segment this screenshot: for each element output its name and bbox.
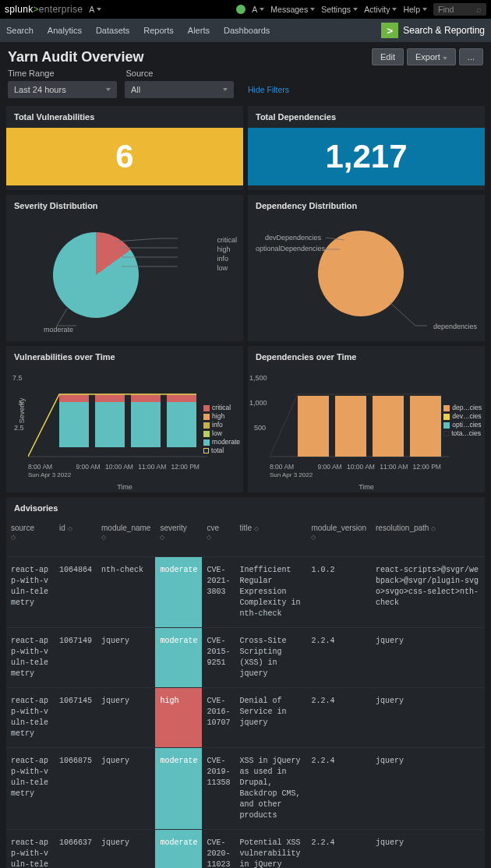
user-menu-short[interactable]: A (89, 5, 101, 14)
app-logo-icon: > (381, 23, 398, 38)
cell-resolution: jquery (371, 628, 485, 688)
panel-total-dependencies: Total Dependencies 1,217 (248, 106, 485, 190)
cell-module: jquery (97, 688, 155, 748)
svg-rect-6 (131, 394, 161, 402)
global-find-input[interactable]: Find ⌕ (433, 3, 486, 16)
cell-source: react-app-with-vuln-telemetry (6, 748, 55, 830)
nav-alerts[interactable]: Alerts (188, 26, 210, 35)
panel-title: Severity Distribution (6, 195, 243, 217)
col-severity[interactable]: severity◇ (155, 519, 202, 557)
caret-down-icon (106, 88, 111, 91)
source-label: Source (126, 69, 154, 78)
dashboard-title: Yarn Audit Overview (8, 49, 372, 65)
panel-vuln-over-time: Vulnerabilities over Time Severity 7.5 5… (6, 346, 243, 492)
col-resolution[interactable]: resolution_path ◇ (371, 519, 485, 557)
table-row[interactable]: react-app-with-vuln-telemetry1067149jque… (6, 628, 485, 688)
bar-chart-vuln-time[interactable] (28, 371, 207, 472)
cell-source: react-app-with-vuln-telemetry (6, 557, 55, 628)
cell-version: 1.0.2 (306, 557, 371, 628)
advisories-table: source◇ id ◇ module_name◇ severity◇ cve◇… (6, 519, 485, 868)
help-menu[interactable]: Help (403, 5, 427, 14)
x-axis-label: Time (117, 483, 132, 491)
table-header-row: source◇ id ◇ module_name◇ severity◇ cve◇… (6, 519, 485, 557)
search-icon: ⌕ (476, 5, 482, 14)
nav-dashboards[interactable]: Dashboards (224, 26, 270, 35)
col-cve[interactable]: cve◇ (202, 519, 235, 557)
export-button[interactable]: Export (407, 48, 456, 65)
nav-reports[interactable]: Reports (143, 26, 174, 35)
cell-resolution: jquery (371, 748, 485, 830)
activity-menu[interactable]: Activity (364, 5, 397, 14)
leader-lines (248, 217, 485, 341)
cell-source: react-app-with-vuln-telemetry (6, 830, 55, 869)
cell-module: jquery (97, 748, 155, 830)
table-row[interactable]: react-app-with-vuln-telemetry1066875jque… (6, 748, 485, 830)
panel-title: Dependency Distribution (248, 195, 485, 217)
app-navbar: Search Analytics Datasets Reports Alerts… (0, 19, 491, 42)
panel-title: Dependencies over Time (248, 346, 485, 368)
table-row[interactable]: react-app-with-vuln-telemetry1064864nth-… (6, 557, 485, 628)
panel-severity-distribution: Severity Distribution critical high info… (6, 195, 243, 341)
table-row[interactable]: react-app-with-vuln-telemetry1067145jque… (6, 688, 485, 748)
panel-title: Total Vulnerabilities (6, 106, 243, 128)
time-range-picker[interactable]: Last 24 hours (8, 81, 117, 98)
svg-rect-3 (95, 402, 125, 447)
cell-severity: moderate (155, 628, 202, 688)
cell-resolution: react-scripts>@svgr/webpack>@svgr/plugin… (371, 557, 485, 628)
svg-rect-8 (167, 394, 196, 402)
table-row[interactable]: react-app-with-vuln-telemetry1066637jque… (6, 830, 485, 869)
col-version[interactable]: module_version◇ (306, 519, 371, 557)
svg-rect-10 (298, 396, 329, 457)
cell-severity: moderate (155, 830, 202, 869)
x-axis-label: Time (359, 483, 374, 491)
col-module[interactable]: module_name◇ (97, 519, 155, 557)
cell-module: nth-check (97, 557, 155, 628)
bar-chart-dep-time[interactable] (270, 371, 449, 472)
cell-cve: CVE-2020-11023 (202, 830, 235, 869)
cell-title: Potential XSS vulnerability in jQuery (235, 830, 306, 869)
app-switcher[interactable]: > Search & Reporting (381, 23, 485, 38)
cell-id: 1067145 (55, 688, 97, 748)
cell-cve: CVE-2015-9251 (202, 628, 235, 688)
cell-severity: high (155, 688, 202, 748)
more-actions-button[interactable]: ... (459, 48, 483, 65)
cell-id: 1066637 (55, 830, 97, 869)
time-range-label: Time Range (8, 69, 55, 78)
svg-rect-11 (335, 396, 366, 457)
panel-title: Total Dependencies (248, 106, 485, 128)
nav-analytics[interactable]: Analytics (48, 26, 82, 35)
messages-menu[interactable]: Messages (270, 5, 315, 14)
global-topbar: splunk>enterprise A A Messages Settings … (0, 0, 491, 19)
settings-menu[interactable]: Settings (321, 5, 358, 14)
panel-advisories: Advisories source◇ id ◇ module_name◇ sev… (6, 497, 485, 868)
nav-search[interactable]: Search (6, 26, 34, 35)
caret-down-icon (97, 8, 101, 11)
nav-datasets[interactable]: Datasets (96, 26, 129, 35)
col-source[interactable]: source◇ (6, 519, 55, 557)
source-picker[interactable]: All (125, 81, 234, 98)
hide-filters-link[interactable]: Hide Filters (248, 85, 289, 94)
leader-lines (6, 217, 243, 341)
svg-rect-7 (167, 402, 196, 447)
edit-button[interactable]: Edit (372, 48, 404, 65)
col-id[interactable]: id ◇ (55, 519, 97, 557)
svg-rect-12 (373, 396, 404, 457)
cell-version: 2.2.4 (306, 748, 371, 830)
caret-down-icon (310, 8, 315, 11)
cell-module: jquery (97, 628, 155, 688)
cell-title: Cross-Site Scripting (XSS) in jquery (235, 628, 306, 688)
cell-severity: moderate (155, 748, 202, 830)
caret-down-icon (422, 8, 427, 11)
svg-rect-1 (59, 402, 89, 447)
panel-title: Vulnerabilities over Time (6, 346, 243, 368)
caret-down-icon (260, 8, 264, 11)
svg-rect-4 (95, 394, 125, 402)
user-menu[interactable]: A (252, 5, 264, 14)
legend-vuln-time: critical high info low moderate total (203, 404, 240, 455)
col-title[interactable]: title ◇ (235, 519, 306, 557)
single-value-vuln: 6 (6, 128, 243, 185)
cell-cve: CVE-2016-10707 (202, 688, 235, 748)
x-axis-ticks: 8:00 AMSun Apr 3 2022 9:00 AM 10:00 AM 1… (270, 463, 441, 478)
panel-total-vulnerabilities: Total Vulnerabilities 6 (6, 106, 243, 190)
health-status-icon[interactable] (236, 5, 246, 14)
